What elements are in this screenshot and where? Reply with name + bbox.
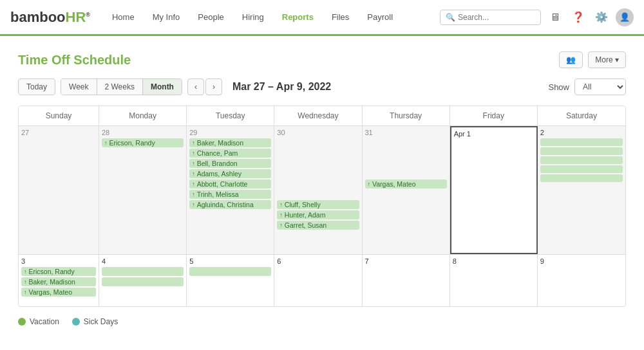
day-num: 8 — [453, 257, 535, 265]
day-apr7: 7 — [363, 255, 450, 306]
day-num: 2 — [540, 129, 623, 136]
person-icon: ↑ — [368, 181, 371, 187]
avatar[interactable]: 👤 — [616, 8, 634, 26]
person-icon: ↑ — [24, 279, 27, 285]
nav-payroll[interactable]: Payroll — [358, 0, 402, 35]
day-mar31: 31 ↑Vargas, Mateo — [363, 126, 450, 254]
day-num: 9 — [540, 257, 623, 265]
person-icon: ↑ — [24, 268, 27, 275]
month-view-button[interactable]: Month — [143, 79, 182, 95]
day-num: 27 — [21, 129, 96, 136]
day-apr5: 5 — [187, 255, 274, 306]
event-ericson-randy-w2: ↑Ericson, Randy — [21, 267, 96, 276]
search-icon: 🔍 — [446, 13, 455, 22]
event-ericson-randy: ↑Ericson, Randy — [102, 138, 184, 147]
toolbar: Today Week 2 Weeks Month ‹ › Mar 27 – Ap… — [18, 78, 626, 95]
monitor-icon[interactable]: 🖥 — [546, 8, 564, 26]
date-range: Mar 27 – Apr 9, 2022 — [232, 81, 331, 93]
day-apr8: 8 — [450, 255, 538, 306]
day-num: Apr 1 — [454, 130, 534, 138]
calendar-week-2: 3 ↑Ericson, Randy ↑Baker, Madison ↑Varga… — [19, 255, 625, 306]
person-icon: ↑ — [192, 191, 195, 198]
person-icon: ↑ — [279, 201, 283, 208]
person-icon: ↑ — [104, 140, 108, 146]
day-num: 3 — [21, 257, 96, 265]
people-icon: 👥 — [566, 55, 576, 64]
search-input[interactable] — [458, 13, 535, 22]
day-mar27: 27 — [19, 126, 99, 254]
person-icon: ↑ — [192, 150, 195, 156]
logo[interactable]: bambooHR® — [10, 9, 90, 26]
day-apr4: 4 — [99, 255, 187, 306]
logo-text: bambooHR® — [10, 9, 90, 26]
col-header-friday: Friday — [450, 106, 538, 125]
calendar: Sunday Monday Tuesday Wednesday Thursday… — [18, 106, 626, 307]
col-header-monday: Monday — [99, 106, 187, 125]
today-button[interactable]: Today — [18, 78, 55, 95]
col-header-sunday: Sunday — [19, 106, 99, 125]
nav-right: 🔍 🖥 ❓ ⚙️ 👤 — [440, 8, 634, 26]
nav-bar: bambooHR® Home My Info People Hiring Rep… — [0, 0, 644, 36]
day-num: 30 — [277, 129, 359, 136]
settings-icon[interactable]: ⚙️ — [592, 8, 611, 26]
vacation-label: Vacation — [30, 317, 59, 326]
nav-files[interactable]: Files — [323, 0, 358, 35]
day-mar30: 30 ↑Cluff, Shelly ↑Hunter, Adam ↑Garret,… — [274, 126, 362, 254]
page-header: Time Off Schedule 👥 More ▾ — [18, 51, 626, 68]
prev-arrow[interactable]: ‹ — [187, 78, 204, 95]
help-icon[interactable]: ❓ — [569, 8, 587, 26]
vacation-dot — [18, 318, 26, 326]
sick-label: Sick Days — [84, 317, 118, 326]
col-header-thursday: Thursday — [363, 106, 450, 125]
nav-people[interactable]: People — [189, 0, 232, 35]
day-mar29: 29 ↑Baker, Madison ↑Chance, Pam ↑Bell, B… — [187, 126, 274, 254]
day-apr9: 9 — [538, 255, 625, 306]
view-switcher: Week 2 Weeks Month — [61, 78, 182, 95]
person-icon: ↑ — [192, 170, 195, 177]
calendar-week-1: 27 28 ↑Ericson, Randy 29 ↑Baker, Madison… — [19, 126, 625, 255]
event-agluinda-christina: ↑Agluinda, Christina — [189, 200, 271, 209]
sick-dot — [72, 318, 80, 326]
nav-myinfo[interactable]: My Info — [144, 0, 189, 35]
more-button[interactable]: More ▾ — [588, 51, 626, 68]
next-arrow[interactable]: › — [205, 78, 222, 95]
legend-sick: Sick Days — [72, 317, 118, 326]
person-icon: ↑ — [192, 201, 195, 208]
day-apr3: 3 ↑Ericson, Randy ↑Baker, Madison ↑Varga… — [19, 255, 99, 306]
show-select[interactable]: All — [574, 78, 626, 95]
add-people-button[interactable]: 👥 — [559, 51, 583, 68]
main-content: Time Off Schedule 👥 More ▾ Today Week 2 … — [0, 36, 644, 350]
calendar-header: Sunday Monday Tuesday Wednesday Thursday… — [19, 106, 625, 126]
event-vargas-mateo-w2: ↑Vargas, Mateo — [21, 288, 96, 297]
week-view-button[interactable]: Week — [61, 79, 97, 95]
day-num: 29 — [189, 129, 271, 136]
nav-links: Home My Info People Hiring Reports Files… — [103, 0, 440, 35]
day-num: 7 — [365, 257, 447, 265]
day-num: 5 — [189, 257, 271, 265]
event-trinh-melissa: ↑Trinh, Melissa — [189, 190, 271, 199]
col-header-wednesday: Wednesday — [274, 106, 362, 125]
day-apr6: 6 — [274, 255, 362, 306]
nav-hiring[interactable]: Hiring — [233, 0, 273, 35]
person-icon: ↑ — [192, 160, 195, 167]
legend-vacation: Vacation — [18, 317, 59, 326]
page-title: Time Off Schedule — [18, 53, 131, 68]
event-chance-pam: ↑Chance, Pam — [189, 149, 271, 158]
header-actions: 👥 More ▾ — [559, 51, 626, 68]
nav-home[interactable]: Home — [103, 0, 144, 35]
two-weeks-view-button[interactable]: 2 Weeks — [97, 79, 143, 95]
event-hunter-adam: ↑Hunter, Adam — [277, 210, 359, 219]
day-num: 4 — [102, 257, 184, 265]
event-bell-brandon: ↑Bell, Brandon — [189, 159, 271, 168]
nav-arrows: ‹ › — [187, 78, 222, 95]
nav-reports[interactable]: Reports — [273, 0, 323, 36]
person-icon: ↑ — [24, 289, 27, 295]
day-mar28: 28 ↑Ericson, Randy — [99, 126, 187, 254]
day-apr2: 2 — [538, 126, 625, 254]
day-num: 28 — [102, 129, 184, 136]
person-icon: ↑ — [192, 140, 195, 146]
search-box[interactable]: 🔍 — [440, 10, 541, 25]
event-baker-madison: ↑Baker, Madison — [189, 138, 271, 147]
col-header-tuesday: Tuesday — [187, 106, 274, 125]
event-cluff-shelly: ↑Cluff, Shelly — [277, 200, 359, 209]
